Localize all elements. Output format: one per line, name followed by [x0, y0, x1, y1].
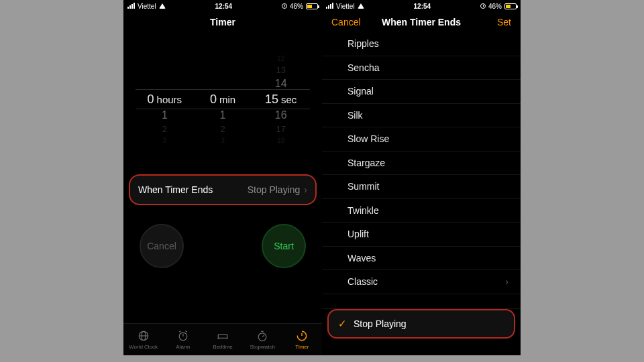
signal-bars-icon [127, 3, 135, 9]
sound-item-stargaze[interactable]: Stargaze [322, 152, 521, 176]
battery-icon [504, 3, 517, 9]
stop-playing-label: Stop Playing [354, 318, 407, 329]
timer-icon [295, 329, 309, 343]
svg-point-10 [258, 333, 266, 341]
bed-icon [216, 329, 229, 343]
checkmark-icon: ✓ [338, 318, 347, 330]
set-button[interactable]: Set [480, 17, 511, 27]
carrier-label: Viettel [336, 3, 355, 10]
sound-item-slow-rise[interactable]: Slow Rise [322, 127, 521, 152]
section-gap [322, 294, 521, 309]
page-title: When Timer Ends [362, 17, 480, 27]
stopwatch-icon [256, 329, 269, 343]
tab-stopwatch[interactable]: Stopwatch [243, 324, 282, 355]
stop-playing-row[interactable]: ✓ Stop Playing [327, 309, 515, 339]
signal-bars-icon [326, 3, 333, 9]
status-time: 12:54 [364, 3, 480, 10]
tab-timer[interactable]: Timer [282, 324, 322, 355]
tab-bar: World Clock Alarm Bedtime Stopwatch Time… [123, 323, 322, 355]
nav-bar: Cancel When Timer Ends Set [322, 12, 521, 32]
sound-item-sencha[interactable]: Sencha [322, 56, 521, 80]
tab-world-clock[interactable]: World Clock [123, 324, 163, 355]
sound-item-ripples[interactable]: Ripples [322, 32, 521, 56]
page-title: Timer [164, 17, 282, 27]
alarm-icon [480, 3, 486, 9]
svg-rect-7 [218, 335, 227, 338]
battery-percent: 46% [488, 3, 502, 10]
alarm-clock-icon [176, 329, 190, 343]
sound-item-summit[interactable]: Summit [322, 175, 521, 199]
sound-item-waves[interactable]: Waves [322, 247, 521, 271]
sound-item-signal[interactable]: Signal [322, 80, 521, 104]
alarm-icon [282, 3, 287, 9]
when-timer-ends-row[interactable]: When Timer Ends Stop Playing › [129, 174, 317, 205]
cancel-button[interactable]: Cancel [331, 17, 362, 27]
chevron-right-icon: › [304, 184, 307, 195]
sound-item-silk[interactable]: Silk [322, 104, 521, 128]
timer-screen: Viettel 12:54 46% Timer [123, 0, 322, 355]
status-bar: Viettel 12:54 46% [123, 0, 322, 12]
when-timer-ends-value: Stop Playing [248, 184, 301, 195]
battery-icon [306, 3, 318, 9]
sound-item-twinkle[interactable]: Twinkle [322, 199, 521, 223]
carrier-label: Viettel [138, 3, 156, 10]
tab-alarm[interactable]: Alarm [163, 324, 203, 355]
sound-item-uplift[interactable]: Uplift [322, 223, 521, 247]
battery-percent: 46% [290, 3, 303, 10]
globe-icon [137, 329, 150, 343]
tab-bedtime[interactable]: Bedtime [203, 324, 242, 355]
status-time: 12:54 [166, 3, 282, 10]
svg-line-5 [179, 331, 181, 333]
status-bar: Viettel 12:54 46% [322, 0, 521, 12]
sound-item-classic[interactable]: Classic › [322, 270, 521, 294]
start-button[interactable]: Start [262, 224, 306, 268]
when-timer-ends-label: When Timer Ends [138, 184, 213, 195]
picker-selection-bar [136, 89, 310, 109]
sound-picker-screen: Viettel 12:54 46% Cancel When Timer Ends… [322, 0, 521, 355]
wifi-icon [358, 3, 364, 9]
svg-line-6 [185, 331, 187, 333]
cancel-button[interactable]: Cancel [140, 224, 184, 268]
chevron-right-icon: › [505, 276, 508, 287]
wifi-icon [159, 3, 166, 9]
time-picker[interactable]: 0hours 1 2 3 0min 1 2 3 12 13 [136, 39, 310, 160]
nav-bar: Timer [123, 12, 322, 32]
svg-line-11 [262, 335, 264, 337]
sound-list[interactable]: Ripples Sencha Signal Silk Slow Rise Sta… [322, 32, 521, 339]
